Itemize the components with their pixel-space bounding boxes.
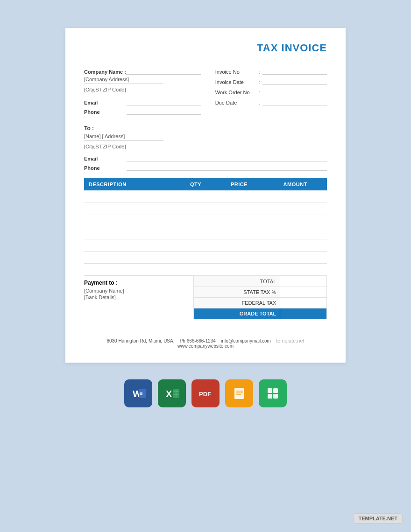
row-description bbox=[84, 263, 177, 275]
svg-rect-18 bbox=[268, 388, 272, 393]
row-amount bbox=[264, 251, 327, 263]
footer-watermark: template.net bbox=[276, 338, 305, 343]
table-row bbox=[84, 215, 327, 227]
from-phone-row: Phone : bbox=[84, 107, 201, 115]
row-description bbox=[84, 203, 177, 215]
row-qty bbox=[177, 239, 215, 251]
word-icon[interactable]: W ≡ bbox=[124, 379, 152, 407]
svg-text:PDF: PDF bbox=[199, 391, 211, 398]
row-qty bbox=[177, 215, 215, 227]
grade-total-label: GRADE TOTAL bbox=[194, 308, 280, 319]
row-price bbox=[215, 251, 264, 263]
invoice-document: TAX INVOICE Company Name : [Company Addr… bbox=[65, 28, 346, 363]
work-order-row: Work Order No : bbox=[215, 88, 327, 95]
invoice-date-value bbox=[262, 77, 327, 85]
to-label-row: To : bbox=[84, 125, 327, 132]
invoice-footer: 8030 Harington Rd, Miami, USA. Ph 666-66… bbox=[84, 338, 327, 349]
work-order-label: Work Order No bbox=[215, 90, 257, 95]
state-tax-label: STATE TAX % bbox=[194, 287, 280, 297]
pdf-icon[interactable]: PDF bbox=[191, 379, 220, 407]
from-phone-label: Phone bbox=[84, 109, 121, 115]
row-description bbox=[84, 239, 177, 251]
footer-phone: Ph 666-666-1234 bbox=[180, 338, 216, 343]
company-address: [Company Address] bbox=[84, 77, 163, 84]
row-qty bbox=[177, 251, 215, 263]
row-description bbox=[84, 251, 177, 263]
invoice-no-label: Invoice No bbox=[215, 69, 257, 75]
row-amount bbox=[264, 227, 327, 239]
due-date-label: Due Date bbox=[215, 100, 257, 105]
svg-rect-13 bbox=[234, 388, 244, 399]
footer-email: info@companymail.com bbox=[221, 338, 271, 343]
to-address-row: [Name] [ Address] bbox=[84, 133, 327, 142]
company-name-value bbox=[126, 67, 201, 75]
row-price bbox=[215, 239, 264, 251]
table-row bbox=[84, 203, 327, 215]
invoice-table: DESCRIPTION QTY PRICE AMOUNT bbox=[84, 178, 327, 276]
col-amount: AMOUNT bbox=[264, 178, 327, 190]
company-name-row: Company Name : bbox=[84, 67, 201, 75]
payment-bank: [Bank Details] bbox=[84, 294, 124, 300]
grade-total-value bbox=[280, 308, 327, 319]
row-price bbox=[215, 203, 264, 215]
invoice-title: TAX INVOICE bbox=[84, 42, 327, 54]
footer-website: www.companywebsite.com bbox=[84, 343, 327, 349]
col-qty: QTY bbox=[177, 178, 215, 190]
row-amount bbox=[264, 203, 327, 215]
pages-icon[interactable] bbox=[225, 379, 253, 407]
row-qty bbox=[177, 263, 215, 275]
to-city: [City,ST,ZIP Code] bbox=[84, 144, 163, 151]
row-qty bbox=[177, 203, 215, 215]
row-description bbox=[84, 190, 177, 203]
svg-rect-21 bbox=[273, 394, 278, 399]
excel-icon[interactable]: X bbox=[158, 379, 186, 407]
table-row bbox=[84, 251, 327, 263]
to-email-value bbox=[127, 154, 327, 161]
total-label: TOTAL bbox=[194, 276, 280, 287]
to-email-label: Email bbox=[84, 156, 121, 161]
due-date-row: Due Date : bbox=[215, 98, 327, 105]
to-phone-value bbox=[127, 163, 327, 171]
table-header-row: DESCRIPTION QTY PRICE AMOUNT bbox=[84, 178, 327, 190]
payment-company: [Company Name] bbox=[84, 288, 124, 294]
from-phone-value bbox=[127, 107, 201, 115]
state-tax-value bbox=[280, 287, 327, 297]
row-amount bbox=[264, 215, 327, 227]
bottom-row: Payment to : [Company Name] [Bank Detail… bbox=[84, 276, 327, 319]
col-price: PRICE bbox=[215, 178, 264, 190]
company-name-label: Company Name : bbox=[84, 69, 126, 75]
invoice-date-label: Invoice Date bbox=[215, 79, 257, 85]
row-description bbox=[84, 227, 177, 239]
table-row bbox=[84, 263, 327, 275]
federal-tax-row: FEDERAL TAX bbox=[194, 297, 327, 308]
footer-contact: 8030 Harington Rd, Miami, USA. Ph 666-66… bbox=[84, 338, 327, 343]
to-city-row: [City,ST,ZIP Code] bbox=[84, 144, 327, 152]
invoice-no-row: Invoice No : bbox=[215, 67, 327, 75]
svg-rect-17 bbox=[264, 385, 281, 402]
payment-title: Payment to : bbox=[84, 280, 124, 286]
to-email-row: Email : bbox=[84, 154, 327, 161]
company-city: [City,ST,ZIP Code] bbox=[84, 87, 163, 94]
row-price bbox=[215, 263, 264, 275]
row-description bbox=[84, 215, 177, 227]
state-tax-row: STATE TAX % bbox=[194, 287, 327, 297]
svg-text:X: X bbox=[166, 389, 172, 399]
total-value bbox=[280, 276, 327, 287]
from-section: Company Name : [Company Address] [City,S… bbox=[84, 67, 201, 117]
payment-section: Payment to : [Company Name] [Bank Detail… bbox=[84, 276, 124, 300]
federal-tax-label: FEDERAL TAX bbox=[194, 297, 280, 308]
svg-text:≡: ≡ bbox=[140, 391, 142, 396]
invoice-date-row: Invoice Date : bbox=[215, 77, 327, 85]
svg-rect-20 bbox=[268, 394, 272, 399]
invoice-no-value bbox=[262, 67, 327, 75]
col-description: DESCRIPTION bbox=[84, 178, 177, 190]
totals-section: TOTAL STATE TAX % FEDERAL TAX GRADE TOTA… bbox=[193, 276, 327, 319]
svg-rect-19 bbox=[273, 388, 278, 393]
from-email-label: Email bbox=[84, 100, 121, 105]
to-phone-row: Phone : bbox=[84, 163, 327, 171]
table-row bbox=[84, 190, 327, 203]
row-qty bbox=[177, 227, 215, 239]
row-amount bbox=[264, 263, 327, 275]
numbers-icon[interactable] bbox=[259, 379, 287, 407]
company-address-row: [Company Address] bbox=[84, 77, 201, 85]
